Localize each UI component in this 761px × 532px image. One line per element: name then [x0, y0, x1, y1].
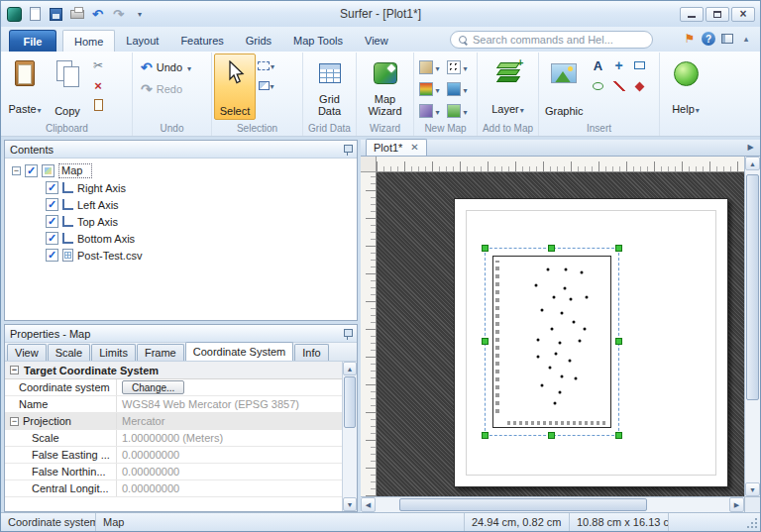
tab-view[interactable]: View	[7, 344, 47, 361]
insert-ellipse-button[interactable]	[589, 77, 608, 95]
scroll-thumb[interactable]	[344, 376, 356, 428]
tree-item-right-axis[interactable]: Right Axis	[5, 179, 357, 196]
map-wizard-button[interactable]: Map Wizard	[359, 53, 411, 120]
scroll-left-icon[interactable]	[361, 497, 376, 512]
new-3d-surface-map-button[interactable]	[416, 100, 443, 121]
save-icon[interactable]	[48, 6, 64, 23]
tab-file[interactable]: File	[9, 30, 56, 52]
selection-handle[interactable]	[615, 338, 622, 345]
block-select-button[interactable]	[257, 56, 275, 74]
paste-button[interactable]: Paste	[4, 53, 46, 120]
pin-icon[interactable]	[343, 144, 352, 156]
grid-data-button[interactable]: Grid Data	[305, 53, 354, 120]
insert-polyline-button[interactable]	[609, 77, 629, 95]
close-tab-icon[interactable]	[410, 143, 418, 153]
paste-special-button[interactable]	[89, 96, 107, 114]
map-checkbox[interactable]	[25, 164, 38, 177]
left-axis-checkbox[interactable]	[46, 198, 58, 211]
selection-handle[interactable]	[548, 432, 555, 439]
insert-symbol-button[interactable]	[630, 77, 650, 95]
panels-icon[interactable]	[719, 31, 735, 47]
tab-grids[interactable]: Grids	[235, 30, 282, 52]
insert-rectangle-button[interactable]	[630, 56, 650, 74]
new-base-map-button[interactable]	[444, 100, 471, 121]
graphic-button[interactable]: Graphic	[541, 53, 588, 120]
tab-view[interactable]: View	[354, 30, 399, 52]
tree-item-top-axis[interactable]: Top Axis	[5, 213, 357, 230]
tab-frame[interactable]: Frame	[137, 344, 184, 361]
scroll-thumb[interactable]	[399, 498, 647, 511]
tab-info[interactable]: Info	[294, 344, 328, 361]
copy-button[interactable]: Copy	[47, 53, 88, 120]
tab-plot1[interactable]: Plot1*	[366, 139, 427, 156]
selection-handle[interactable]	[482, 432, 489, 439]
quick-help-icon[interactable]	[701, 31, 716, 47]
plot-canvas[interactable]	[377, 172, 744, 496]
collapse-icon[interactable]	[12, 166, 21, 175]
top-axis-checkbox[interactable]	[46, 215, 58, 228]
tab-coordinate-system[interactable]: Coordinate System	[185, 342, 294, 361]
collapse-ribbon-icon[interactable]	[738, 31, 754, 47]
qat-customize-icon[interactable]	[131, 6, 148, 23]
redo-button[interactable]: Redo	[135, 79, 209, 99]
collapse-icon[interactable]	[10, 366, 19, 374]
scroll-down-icon[interactable]	[343, 497, 357, 511]
close-button[interactable]	[731, 7, 755, 22]
insert-math-text-button[interactable]	[609, 56, 629, 74]
bottom-axis-checkbox[interactable]	[46, 232, 58, 245]
collapse-icon[interactable]	[10, 417, 19, 426]
minimize-button[interactable]	[680, 7, 704, 22]
new-grid-values-map-button[interactable]	[444, 78, 471, 99]
tab-map-tools[interactable]: Map Tools	[282, 30, 354, 52]
selection-handle[interactable]	[548, 245, 555, 252]
scroll-right-icon[interactable]	[729, 497, 744, 512]
vertical-scrollbar[interactable]	[744, 157, 760, 496]
right-axis-checkbox[interactable]	[46, 181, 58, 194]
map-frame[interactable]	[485, 248, 619, 436]
scroll-up-icon[interactable]	[343, 362, 357, 375]
selection-handle[interactable]	[615, 432, 622, 439]
selection-handle[interactable]	[482, 338, 489, 345]
undo-icon[interactable]	[89, 6, 106, 23]
scroll-up-icon[interactable]	[745, 157, 760, 170]
post-test-checkbox[interactable]	[46, 249, 58, 262]
pin-icon[interactable]	[343, 328, 352, 340]
redo-icon[interactable]	[110, 6, 127, 23]
insert-text-button[interactable]	[589, 56, 608, 74]
section-target-coordinate-system[interactable]: Target Coordinate System	[5, 362, 342, 379]
search-input[interactable]	[473, 34, 644, 46]
delete-button[interactable]	[89, 76, 107, 94]
tab-features[interactable]: Features	[169, 30, 234, 52]
cut-button[interactable]	[89, 56, 107, 74]
selection-handle[interactable]	[615, 245, 622, 252]
invert-selection-button[interactable]	[257, 76, 275, 94]
tab-scroll-right-icon[interactable]	[744, 141, 757, 154]
horizontal-scrollbar[interactable]	[361, 496, 744, 512]
scroll-thumb[interactable]	[746, 174, 759, 400]
tree-item-map[interactable]: Map	[5, 162, 357, 179]
scroll-down-icon[interactable]	[745, 482, 760, 496]
tree-item-post-test-csv[interactable]: Post-Test.csv	[5, 247, 357, 264]
maximize-button[interactable]	[706, 7, 729, 22]
tab-scale[interactable]: Scale	[48, 344, 91, 361]
new-color-relief-map-button[interactable]	[416, 78, 443, 99]
property-row-projection[interactable]: Projection Mercator	[5, 413, 342, 430]
tab-home[interactable]: Home	[62, 30, 115, 52]
post-map[interactable]	[492, 256, 611, 428]
resize-grip[interactable]	[746, 517, 758, 529]
new-post-map-button[interactable]	[444, 56, 471, 77]
change-coordinate-system-button[interactable]: Change...	[122, 380, 184, 394]
new-contour-map-button[interactable]	[416, 56, 443, 77]
flag-icon[interactable]	[682, 31, 698, 47]
tree-item-bottom-axis[interactable]: Bottom Axis	[5, 230, 357, 247]
help-button[interactable]: Help	[665, 53, 707, 120]
new-document-icon[interactable]	[27, 6, 44, 23]
undo-button[interactable]: Undo	[135, 57, 209, 77]
tab-limits[interactable]: Limits	[91, 344, 136, 361]
selection-handle[interactable]	[482, 245, 489, 252]
tab-layout[interactable]: Layout	[115, 30, 169, 52]
select-button[interactable]: Select	[214, 53, 256, 120]
print-icon[interactable]	[68, 6, 85, 23]
add-layer-button[interactable]: Layer	[488, 53, 529, 120]
properties-scrollbar[interactable]	[342, 362, 357, 511]
